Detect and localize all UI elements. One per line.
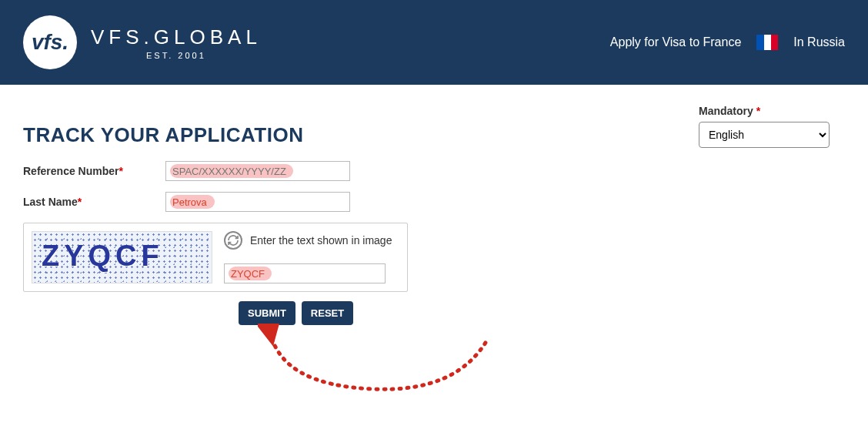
captcha-label: Enter the text shown in image <box>250 234 392 247</box>
main-column: TRACK YOUR APPLICATION Reference Number*… <box>23 100 654 325</box>
captcha-image-text: ZYQCF <box>32 232 212 280</box>
submit-button[interactable]: SUBMIT <box>239 301 295 325</box>
captcha-box: ZYQCF Enter the text shown in image <box>23 223 408 292</box>
lastname-row: Last Name* <box>23 192 654 212</box>
lastname-input[interactable] <box>165 192 350 212</box>
header-right: Apply for Visa to France In Russia <box>610 35 845 50</box>
side-column: Mandatory * English <box>699 100 845 325</box>
captcha-input[interactable] <box>224 263 386 283</box>
location-text: In Russia <box>793 35 845 49</box>
reference-input[interactable] <box>165 161 350 181</box>
lastname-label: Last Name* <box>23 196 165 208</box>
reset-button[interactable]: RESET <box>302 301 353 325</box>
brand-est: EST. 2001 <box>91 51 262 60</box>
brand-name: VFS.GLOBAL <box>91 25 262 49</box>
captcha-top: Enter the text shown in image <box>224 231 399 250</box>
logo-icon: vfs. <box>23 15 77 69</box>
page-title: TRACK YOUR APPLICATION <box>23 123 654 147</box>
logo-area: vfs. VFS.GLOBAL EST. 2001 <box>23 15 262 69</box>
annotation-arrow-icon <box>258 324 504 408</box>
captcha-image: ZYQCF <box>32 231 212 283</box>
header: vfs. VFS.GLOBAL EST. 2001 Apply for Visa… <box>0 0 868 85</box>
mandatory-label: Mandatory * <box>699 105 845 117</box>
language-select[interactable]: English <box>699 122 830 148</box>
button-row: SUBMIT RESET <box>239 301 654 325</box>
france-flag-icon <box>756 35 778 50</box>
refresh-icon[interactable] <box>224 231 242 250</box>
reference-row: Reference Number* <box>23 161 654 181</box>
brand-text: VFS.GLOBAL EST. 2001 <box>91 25 262 60</box>
apply-text: Apply for Visa to France <box>610 35 741 49</box>
reference-label: Reference Number* <box>23 165 165 177</box>
content: TRACK YOUR APPLICATION Reference Number*… <box>0 85 868 325</box>
